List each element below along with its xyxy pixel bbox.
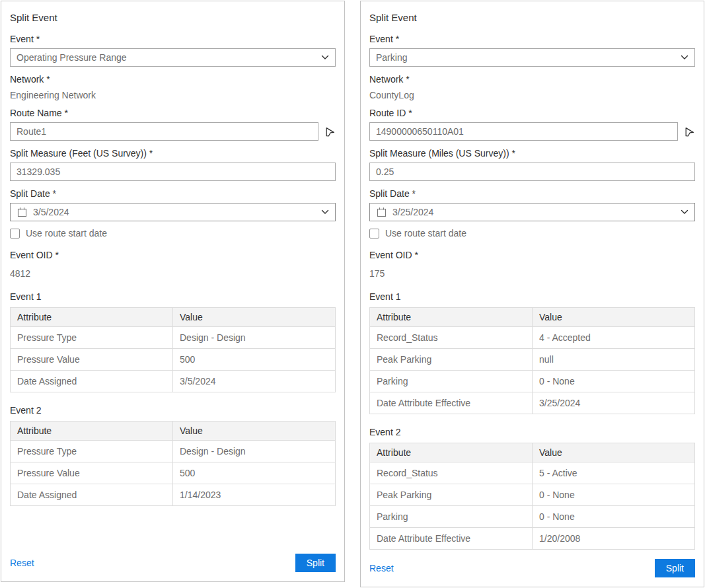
split-measure-label: Split Measure (Feet (US Survey)) * bbox=[10, 148, 336, 159]
split-measure-label: Split Measure (Miles (US Survey)) * bbox=[369, 148, 695, 159]
attribute-cell: Peak Parking bbox=[370, 349, 533, 371]
route-row bbox=[10, 122, 336, 141]
event-oid-value: 175 bbox=[369, 268, 695, 279]
table-header-row: Attribute Value bbox=[370, 443, 695, 462]
split-measure-input[interactable] bbox=[10, 163, 336, 181]
attribute-cell: Peak Parking bbox=[370, 484, 533, 506]
table-row: Record_Status 4 - Accepted bbox=[370, 327, 695, 349]
split-date-picker[interactable]: 3/5/2024 bbox=[10, 203, 336, 221]
attribute-cell: Pressure Value bbox=[11, 462, 173, 484]
attribute-header: Attribute bbox=[11, 422, 173, 441]
value-header: Value bbox=[173, 422, 336, 441]
route-input[interactable] bbox=[369, 122, 678, 141]
chevron-down-icon bbox=[681, 55, 688, 60]
attribute-header: Attribute bbox=[370, 443, 533, 462]
use-route-start-date-row[interactable]: Use route start date bbox=[10, 228, 336, 239]
value-cell: null bbox=[533, 349, 695, 371]
event1-title: Event 1 bbox=[369, 291, 695, 302]
attribute-cell: Date Assigned bbox=[11, 484, 173, 506]
select-on-map-icon[interactable] bbox=[324, 126, 336, 137]
event1-table: Attribute Value Pressure Type Design - D… bbox=[10, 307, 336, 392]
table-row: Pressure Type Design - Design bbox=[11, 441, 336, 462]
value-cell: Design - Design bbox=[173, 441, 336, 462]
chevron-down-icon bbox=[681, 209, 688, 215]
table-row: Record_Status 5 - Active bbox=[370, 462, 695, 484]
split-date-value: 3/5/2024 bbox=[33, 207, 316, 217]
value-header: Value bbox=[533, 443, 695, 462]
value-cell: 500 bbox=[173, 462, 336, 484]
select-on-map-icon[interactable] bbox=[684, 126, 695, 137]
table-row: Date Assigned 1/14/2023 bbox=[11, 484, 336, 506]
attribute-cell: Record_Status bbox=[370, 462, 533, 484]
attribute-cell: Parking bbox=[370, 506, 533, 528]
event-oid-label: Event OID * bbox=[369, 250, 695, 260]
split-event-panel-2: Split Event Event * Parking Network * Co… bbox=[360, 1, 704, 587]
table-row: Parking 0 - None bbox=[370, 506, 695, 528]
value-cell: 0 - None bbox=[533, 506, 695, 528]
table-row: Pressure Type Design - Design bbox=[11, 327, 336, 349]
network-label: Network * bbox=[369, 74, 695, 85]
split-date-label: Split Date * bbox=[369, 188, 695, 199]
table-row: Parking 0 - None bbox=[370, 371, 695, 392]
split-button[interactable]: Split bbox=[295, 554, 336, 572]
value-cell: 4 - Accepted bbox=[533, 327, 695, 349]
route-input[interactable] bbox=[10, 122, 318, 141]
network-value: Engineering Network bbox=[10, 90, 336, 100]
use-route-start-date-checkbox[interactable] bbox=[369, 229, 379, 239]
split-date-picker[interactable]: 3/25/2024 bbox=[369, 203, 695, 221]
event1-table: Attribute Value Record_Status 4 - Accept… bbox=[369, 307, 695, 414]
use-route-start-date-checkbox[interactable] bbox=[10, 229, 20, 239]
event-oid-label: Event OID * bbox=[10, 250, 336, 260]
split-date-value: 3/25/2024 bbox=[392, 207, 675, 217]
use-route-start-date-label: Use route start date bbox=[26, 228, 107, 239]
value-cell: 500 bbox=[173, 349, 336, 371]
event-select[interactable]: Operating Pressure Range bbox=[10, 48, 336, 67]
value-cell: Design - Design bbox=[173, 327, 336, 349]
route-row bbox=[369, 122, 695, 141]
attribute-header: Attribute bbox=[11, 308, 173, 327]
footer: Reset Split bbox=[369, 552, 695, 577]
split-event-panel-1: Split Event Event * Operating Pressure R… bbox=[1, 1, 345, 582]
event-select[interactable]: Parking bbox=[369, 48, 695, 67]
attribute-header: Attribute bbox=[370, 308, 533, 327]
value-header: Value bbox=[173, 308, 336, 327]
table-row: Pressure Value 500 bbox=[11, 349, 336, 371]
table-header-row: Attribute Value bbox=[370, 308, 695, 327]
split-button[interactable]: Split bbox=[655, 559, 695, 577]
chevron-down-icon bbox=[321, 55, 329, 60]
page-title: Split Event bbox=[10, 12, 336, 23]
event2-title: Event 2 bbox=[10, 405, 336, 416]
attribute-cell: Record_Status bbox=[370, 327, 533, 349]
route-label: Route ID * bbox=[369, 108, 695, 118]
split-measure-input[interactable] bbox=[369, 163, 695, 181]
attribute-cell: Date Attribute Effective bbox=[370, 528, 533, 550]
event2-table: Attribute Value Record_Status 5 - Active… bbox=[369, 443, 695, 550]
value-header: Value bbox=[533, 308, 695, 327]
stage: Split Event Event * Operating Pressure R… bbox=[0, 0, 705, 587]
attribute-cell: Parking bbox=[370, 371, 533, 392]
network-value: CountyLog bbox=[369, 90, 695, 100]
route-label: Route Name * bbox=[10, 108, 336, 118]
network-label: Network * bbox=[10, 74, 336, 85]
table-row: Date Attribute Effective 1/20/2008 bbox=[370, 528, 695, 550]
attribute-cell: Pressure Type bbox=[11, 441, 173, 462]
chevron-down-icon bbox=[321, 209, 329, 215]
use-route-start-date-label: Use route start date bbox=[385, 228, 466, 239]
reset-link[interactable]: Reset bbox=[369, 563, 394, 573]
table-row: Peak Parking null bbox=[370, 349, 695, 371]
value-cell: 1/20/2008 bbox=[533, 528, 695, 550]
split-date-label: Split Date * bbox=[10, 188, 336, 199]
calendar-icon bbox=[17, 207, 28, 218]
event2-title: Event 2 bbox=[369, 427, 695, 437]
use-route-start-date-row[interactable]: Use route start date bbox=[369, 228, 695, 239]
event1-title: Event 1 bbox=[10, 291, 336, 302]
event-select-value: Operating Pressure Range bbox=[17, 52, 321, 63]
event-select-value: Parking bbox=[376, 52, 681, 63]
value-cell: 0 - None bbox=[533, 484, 695, 506]
attribute-cell: Date Assigned bbox=[11, 371, 173, 392]
value-cell: 1/14/2023 bbox=[173, 484, 336, 506]
event-oid-value: 4812 bbox=[10, 268, 336, 279]
value-cell: 0 - None bbox=[533, 371, 695, 392]
reset-link[interactable]: Reset bbox=[10, 558, 34, 568]
table-row: Date Attribute Effective 3/25/2024 bbox=[370, 392, 695, 414]
